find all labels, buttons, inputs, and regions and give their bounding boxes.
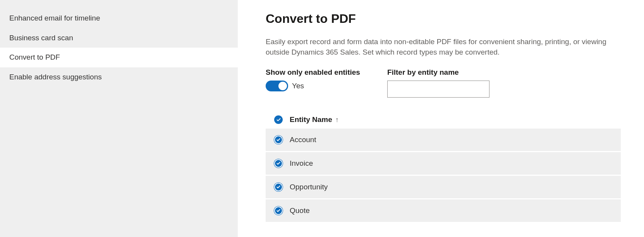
toggle-knob [278,82,287,90]
checkmark-icon [276,137,281,142]
entity-name: Account [290,136,316,144]
entity-name: Invoice [290,159,313,168]
toggle-value: Yes [292,82,304,90]
table-row[interactable]: Quote [266,199,621,223]
filter-label: Filter by entity name [387,68,489,77]
table-row[interactable]: Account [266,129,621,152]
sidebar-item-convert-to-pdf[interactable]: Convert to PDF [0,48,238,67]
entity-name: Opportunity [290,183,328,191]
entity-table: Entity Name ↑ Account Invoice Opportunit… [266,111,621,223]
column-header-text: Entity Name [290,115,332,124]
row-check-quote[interactable] [274,206,283,215]
toggle-group: Show only enabled entities Yes [266,68,360,98]
main-content: Convert to PDF Easily export record and … [238,0,644,237]
sidebar-item-enhanced-email[interactable]: Enhanced email for timeline [0,9,238,28]
controls-row: Show only enabled entities Yes Filter by… [266,68,621,98]
entity-name: Quote [290,206,310,215]
entity-name-column-header[interactable]: Entity Name ↑ [290,115,339,124]
toggle-row: Yes [266,81,360,91]
show-enabled-toggle[interactable] [266,81,288,91]
filter-group: Filter by entity name [387,68,489,98]
sidebar-item-business-card-scan[interactable]: Business card scan [0,28,238,48]
checkmark-icon [276,117,281,122]
sidebar: Enhanced email for timeline Business car… [0,0,238,237]
table-header: Entity Name ↑ [266,111,621,129]
sort-asc-icon: ↑ [335,116,339,124]
row-check-account[interactable] [274,136,283,144]
select-all-check-icon[interactable] [274,115,283,124]
table-row[interactable]: Opportunity [266,176,621,199]
checkmark-icon [276,185,281,189]
checkmark-icon [276,161,281,166]
page-description: Easily export record and form data into … [266,37,606,57]
table-row[interactable]: Invoice [266,152,621,176]
row-check-invoice[interactable] [274,159,283,168]
toggle-label: Show only enabled entities [266,68,360,77]
sidebar-item-enable-address-suggestions[interactable]: Enable address suggestions [0,67,238,87]
filter-input[interactable] [387,81,489,98]
page-title: Convert to PDF [266,12,621,26]
row-check-opportunity[interactable] [274,183,283,191]
checkmark-icon [276,208,281,213]
